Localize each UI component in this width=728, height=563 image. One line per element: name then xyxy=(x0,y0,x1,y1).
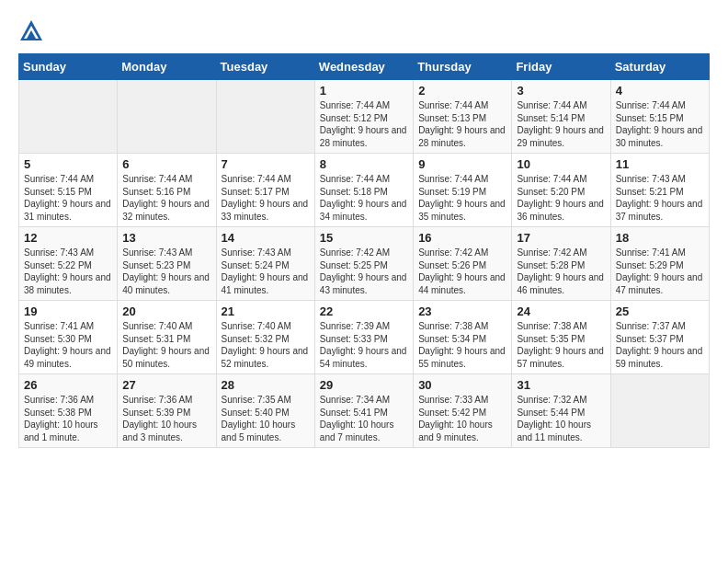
day-number: 30 xyxy=(418,378,506,392)
day-number: 6 xyxy=(122,157,210,171)
day-info: Sunrise: 7:43 AM Sunset: 5:22 PM Dayligh… xyxy=(24,247,112,296)
calendar-cell: 23Sunrise: 7:38 AM Sunset: 5:34 PM Dayli… xyxy=(414,301,512,374)
calendar-cell: 30Sunrise: 7:33 AM Sunset: 5:42 PM Dayli… xyxy=(414,374,512,448)
day-number: 3 xyxy=(517,84,605,98)
weekday-header-wednesday: Wednesday xyxy=(314,54,413,80)
day-info: Sunrise: 7:42 AM Sunset: 5:26 PM Dayligh… xyxy=(418,247,506,296)
weekday-header-monday: Monday xyxy=(118,54,216,80)
day-info: Sunrise: 7:43 AM Sunset: 5:24 PM Dayligh… xyxy=(222,247,310,296)
calendar-body: 1Sunrise: 7:44 AM Sunset: 5:12 PM Daylig… xyxy=(19,80,710,448)
calendar-cell: 19Sunrise: 7:41 AM Sunset: 5:30 PM Dayli… xyxy=(19,301,118,374)
calendar-cell: 1Sunrise: 7:44 AM Sunset: 5:12 PM Daylig… xyxy=(314,80,413,154)
day-info: Sunrise: 7:44 AM Sunset: 5:15 PM Dayligh… xyxy=(616,99,704,149)
calendar-cell: 11Sunrise: 7:43 AM Sunset: 5:21 PM Dayli… xyxy=(610,154,709,227)
calendar-cell: 22Sunrise: 7:39 AM Sunset: 5:33 PM Dayli… xyxy=(314,301,413,374)
calendar-cell: 26Sunrise: 7:36 AM Sunset: 5:38 PM Dayli… xyxy=(19,374,118,448)
day-info: Sunrise: 7:38 AM Sunset: 5:34 PM Dayligh… xyxy=(418,320,506,370)
day-number: 23 xyxy=(418,304,506,318)
day-info: Sunrise: 7:43 AM Sunset: 5:23 PM Dayligh… xyxy=(122,247,210,296)
day-number: 13 xyxy=(122,231,210,245)
calendar-cell xyxy=(610,374,709,448)
day-number: 14 xyxy=(222,231,310,245)
day-info: Sunrise: 7:43 AM Sunset: 5:21 PM Dayligh… xyxy=(616,173,704,223)
calendar-week-row: 5Sunrise: 7:44 AM Sunset: 5:15 PM Daylig… xyxy=(19,154,710,227)
calendar-cell: 21Sunrise: 7:40 AM Sunset: 5:32 PM Dayli… xyxy=(216,301,314,374)
page-header xyxy=(18,18,710,44)
calendar-cell: 25Sunrise: 7:37 AM Sunset: 5:37 PM Dayli… xyxy=(610,301,709,374)
day-info: Sunrise: 7:44 AM Sunset: 5:15 PM Dayligh… xyxy=(24,173,112,223)
calendar-week-row: 19Sunrise: 7:41 AM Sunset: 5:30 PM Dayli… xyxy=(19,301,710,374)
day-number: 27 xyxy=(122,378,210,392)
calendar-cell: 18Sunrise: 7:41 AM Sunset: 5:29 PM Dayli… xyxy=(610,227,709,301)
weekday-header-saturday: Saturday xyxy=(610,54,709,80)
calendar-cell: 28Sunrise: 7:35 AM Sunset: 5:40 PM Dayli… xyxy=(216,374,314,448)
day-number: 8 xyxy=(320,157,408,171)
day-info: Sunrise: 7:42 AM Sunset: 5:28 PM Dayligh… xyxy=(517,247,605,296)
day-info: Sunrise: 7:44 AM Sunset: 5:17 PM Dayligh… xyxy=(222,173,310,223)
day-info: Sunrise: 7:44 AM Sunset: 5:16 PM Dayligh… xyxy=(122,173,210,223)
calendar-week-row: 12Sunrise: 7:43 AM Sunset: 5:22 PM Dayli… xyxy=(19,227,710,301)
day-info: Sunrise: 7:44 AM Sunset: 5:13 PM Dayligh… xyxy=(418,99,506,149)
calendar-table: SundayMondayTuesdayWednesdayThursdayFrid… xyxy=(18,53,710,448)
calendar-cell: 9Sunrise: 7:44 AM Sunset: 5:19 PM Daylig… xyxy=(414,154,512,227)
day-info: Sunrise: 7:44 AM Sunset: 5:20 PM Dayligh… xyxy=(517,173,605,223)
day-number: 5 xyxy=(24,157,112,171)
day-number: 21 xyxy=(222,304,310,318)
day-info: Sunrise: 7:44 AM Sunset: 5:18 PM Dayligh… xyxy=(320,173,408,223)
day-number: 29 xyxy=(320,378,408,392)
day-info: Sunrise: 7:44 AM Sunset: 5:14 PM Dayligh… xyxy=(517,99,605,149)
weekday-header-row: SundayMondayTuesdayWednesdayThursdayFrid… xyxy=(19,54,710,80)
logo xyxy=(18,18,46,44)
calendar-cell: 24Sunrise: 7:38 AM Sunset: 5:35 PM Dayli… xyxy=(512,301,610,374)
day-number: 20 xyxy=(122,304,210,318)
day-number: 11 xyxy=(616,157,704,171)
calendar-cell: 14Sunrise: 7:43 AM Sunset: 5:24 PM Dayli… xyxy=(216,227,314,301)
day-number: 26 xyxy=(24,378,112,392)
day-number: 4 xyxy=(616,84,704,98)
calendar-cell xyxy=(19,80,118,154)
day-info: Sunrise: 7:35 AM Sunset: 5:40 PM Dayligh… xyxy=(222,394,310,443)
calendar-cell: 16Sunrise: 7:42 AM Sunset: 5:26 PM Dayli… xyxy=(414,227,512,301)
calendar-cell: 12Sunrise: 7:43 AM Sunset: 5:22 PM Dayli… xyxy=(19,227,118,301)
day-info: Sunrise: 7:44 AM Sunset: 5:12 PM Dayligh… xyxy=(320,99,408,149)
calendar-cell: 15Sunrise: 7:42 AM Sunset: 5:25 PM Dayli… xyxy=(314,227,413,301)
day-info: Sunrise: 7:41 AM Sunset: 5:30 PM Dayligh… xyxy=(24,320,112,370)
calendar-cell: 20Sunrise: 7:40 AM Sunset: 5:31 PM Dayli… xyxy=(118,301,216,374)
calendar-cell xyxy=(118,80,216,154)
day-info: Sunrise: 7:37 AM Sunset: 5:37 PM Dayligh… xyxy=(616,320,704,370)
day-number: 19 xyxy=(24,304,112,318)
calendar-cell: 27Sunrise: 7:36 AM Sunset: 5:39 PM Dayli… xyxy=(118,374,216,448)
day-number: 15 xyxy=(320,231,408,245)
calendar-cell: 3Sunrise: 7:44 AM Sunset: 5:14 PM Daylig… xyxy=(512,80,610,154)
day-number: 17 xyxy=(517,231,605,245)
day-number: 7 xyxy=(222,157,310,171)
calendar-cell: 7Sunrise: 7:44 AM Sunset: 5:17 PM Daylig… xyxy=(216,154,314,227)
day-info: Sunrise: 7:42 AM Sunset: 5:25 PM Dayligh… xyxy=(320,247,408,296)
calendar-cell: 6Sunrise: 7:44 AM Sunset: 5:16 PM Daylig… xyxy=(118,154,216,227)
day-number: 12 xyxy=(24,231,112,245)
calendar-cell: 10Sunrise: 7:44 AM Sunset: 5:20 PM Dayli… xyxy=(512,154,610,227)
day-info: Sunrise: 7:40 AM Sunset: 5:31 PM Dayligh… xyxy=(122,320,210,370)
day-number: 31 xyxy=(517,378,605,392)
day-number: 1 xyxy=(320,84,408,98)
day-info: Sunrise: 7:33 AM Sunset: 5:42 PM Dayligh… xyxy=(418,394,506,443)
calendar-week-row: 26Sunrise: 7:36 AM Sunset: 5:38 PM Dayli… xyxy=(19,374,710,448)
day-info: Sunrise: 7:34 AM Sunset: 5:41 PM Dayligh… xyxy=(320,394,408,443)
calendar-cell: 8Sunrise: 7:44 AM Sunset: 5:18 PM Daylig… xyxy=(314,154,413,227)
day-number: 9 xyxy=(418,157,506,171)
day-info: Sunrise: 7:44 AM Sunset: 5:19 PM Dayligh… xyxy=(418,173,506,223)
calendar-header: SundayMondayTuesdayWednesdayThursdayFrid… xyxy=(19,54,710,80)
weekday-header-friday: Friday xyxy=(512,54,610,80)
weekday-header-sunday: Sunday xyxy=(19,54,118,80)
day-info: Sunrise: 7:41 AM Sunset: 5:29 PM Dayligh… xyxy=(616,247,704,296)
calendar-cell: 5Sunrise: 7:44 AM Sunset: 5:15 PM Daylig… xyxy=(19,154,118,227)
day-number: 10 xyxy=(517,157,605,171)
calendar-week-row: 1Sunrise: 7:44 AM Sunset: 5:12 PM Daylig… xyxy=(19,80,710,154)
day-number: 16 xyxy=(418,231,506,245)
calendar-cell: 31Sunrise: 7:32 AM Sunset: 5:44 PM Dayli… xyxy=(512,374,610,448)
day-info: Sunrise: 7:36 AM Sunset: 5:38 PM Dayligh… xyxy=(24,394,112,443)
day-info: Sunrise: 7:32 AM Sunset: 5:44 PM Dayligh… xyxy=(517,394,605,443)
calendar-cell xyxy=(216,80,314,154)
calendar-cell: 29Sunrise: 7:34 AM Sunset: 5:41 PM Dayli… xyxy=(314,374,413,448)
calendar-cell: 17Sunrise: 7:42 AM Sunset: 5:28 PM Dayli… xyxy=(512,227,610,301)
